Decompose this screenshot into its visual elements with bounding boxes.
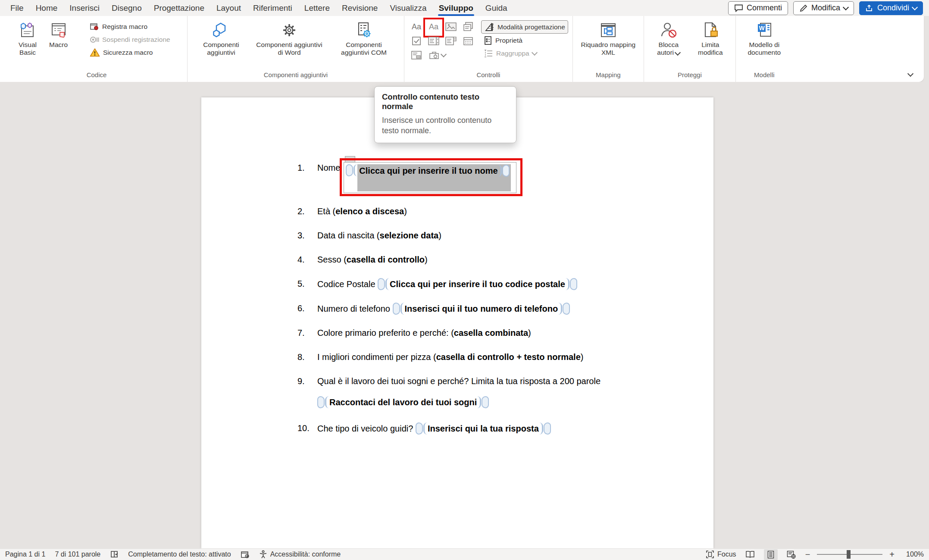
- document-page[interactable]: 1.NomeClicca qui per inserire il tuo nom…: [201, 97, 713, 548]
- menu-tab-guida[interactable]: Guida: [479, 0, 513, 16]
- group-icon: [484, 49, 493, 58]
- focus-mode-button[interactable]: Focus: [706, 550, 736, 559]
- menu-tab-sviluppo[interactable]: Sviluppo: [433, 0, 479, 16]
- content-control-end-tag-icon: [498, 165, 510, 177]
- properties-label: Proprietà: [495, 37, 522, 44]
- menu-tab-home[interactable]: Home: [30, 0, 64, 16]
- comments-button[interactable]: Commenti: [728, 1, 788, 15]
- design-mode-button[interactable]: Modalità progettazione: [481, 20, 568, 34]
- menu-tab-progettazione[interactable]: Progettazione: [148, 0, 210, 16]
- content-control-selected[interactable]: Clicca qui per inserire il tuo nome: [344, 162, 516, 193]
- macro-record-status-icon[interactable]: [241, 551, 250, 559]
- ribbon-group-proteggi: Blocca autori Limita modifica: [644, 16, 736, 82]
- macro-icon: [50, 22, 68, 39]
- dropdown-list-control-button[interactable]: [443, 34, 459, 47]
- properties-button[interactable]: Proprietà: [481, 34, 568, 47]
- menu-tab-file[interactable]: File: [4, 0, 30, 16]
- zoom-slider-thumb[interactable]: [847, 550, 851, 559]
- list-item-1: 1.NomeClicca qui per inserire il tuo nom…: [297, 162, 696, 193]
- text-completion-status[interactable]: Completamento del testo: attivato: [128, 551, 231, 558]
- list-number: 8.: [297, 351, 317, 363]
- chevron-down-icon: [675, 50, 681, 56]
- zoom-level[interactable]: 100%: [901, 551, 924, 558]
- visual-basic-button[interactable]: Visual Basic: [10, 19, 45, 58]
- list-item-text: NomeClicca qui per inserire il tuo nome: [317, 162, 696, 193]
- ribbon-sviluppo: Visual Basic Macro: [0, 16, 924, 82]
- proofing-status-icon[interactable]: [110, 550, 119, 559]
- group-label: Raggruppa: [496, 50, 529, 57]
- tooltip-title: Controllo contenuto testo normale: [382, 92, 509, 111]
- menu-tab-inserisci[interactable]: Inserisci: [63, 0, 106, 16]
- list-number: 5.: [297, 278, 317, 290]
- legacy-tools-button[interactable]: [426, 49, 448, 62]
- chevron-down-icon: [912, 4, 918, 10]
- repeating-section-control-button[interactable]: [409, 49, 424, 62]
- list-number: 4.: [297, 254, 317, 266]
- read-mode-button[interactable]: [743, 549, 757, 560]
- content-control-end-tag-icon: [477, 396, 489, 408]
- document-template-button[interactable]: W Modello di documento: [740, 19, 788, 58]
- componenti-word-button[interactable]: Componenti aggiuntivi di Word: [251, 19, 327, 58]
- menu-tab-revisione[interactable]: Revisione: [336, 0, 384, 16]
- menu-tab-lettere[interactable]: Lettere: [298, 0, 336, 16]
- componenti-com-button[interactable]: Componenti aggiuntivi COM: [328, 19, 400, 58]
- collapse-ribbon-button[interactable]: [908, 70, 913, 78]
- checkbox-control-button[interactable]: [409, 34, 424, 47]
- word-count-status[interactable]: 7 di 101 parole: [55, 551, 100, 558]
- ribbon-group-componenti: Componenti aggiuntivi Componenti aggiunt…: [188, 16, 404, 82]
- combo-box-control-button[interactable]: [426, 34, 441, 47]
- content-control[interactable]: Inserisci qui il tuo numero di telefono: [393, 304, 570, 313]
- content-control-start-tag-icon: [378, 278, 389, 290]
- chevron-down-icon: [907, 71, 913, 77]
- design-mode-icon: [484, 22, 494, 32]
- list-item-text: Numero di telefono Inserisci qui il tuo …: [317, 303, 696, 315]
- block-authors-button[interactable]: Blocca autori: [648, 19, 689, 58]
- menu-tab-layout[interactable]: Layout: [210, 0, 247, 16]
- list-item-text: Codice Postale Clicca qui per inserire i…: [317, 278, 696, 290]
- date-picker-control-button[interactable]: [460, 34, 476, 47]
- picture-icon: [445, 22, 457, 31]
- page-count-status[interactable]: Pagina 1 di 1: [5, 551, 45, 558]
- componenti-aggiuntivi-button[interactable]: Componenti aggiuntivi: [192, 19, 250, 58]
- sicurezza-macro-label: Sicurezza macro: [103, 49, 153, 56]
- com-addin-icon: [355, 22, 372, 39]
- macro-button[interactable]: Macro: [46, 19, 71, 58]
- content-control[interactable]: Inserisci qui la tua risposta: [416, 424, 551, 433]
- macro-label: Macro: [49, 41, 68, 49]
- menu-tab-visualizza[interactable]: Visualizza: [384, 0, 432, 16]
- zoom-out-button[interactable]: −: [805, 550, 810, 559]
- ribbon-group-modelli: W Modello di documento Modelli: [736, 16, 793, 82]
- content-control[interactable]: Clicca qui per inserire il tuo codice po…: [378, 279, 577, 289]
- sicurezza-macro-button[interactable]: Sicurezza macro: [87, 46, 173, 59]
- chevron-down-icon: [440, 51, 446, 57]
- list-item-5: 5.Codice Postale Clicca qui per inserire…: [297, 278, 696, 290]
- restrict-editing-button[interactable]: Limita modifica: [690, 19, 731, 58]
- xml-mapping-button[interactable]: Riquadro mapping XML: [577, 19, 639, 58]
- content-control-end-tag-icon: [566, 278, 577, 290]
- share-button[interactable]: Condividi: [859, 1, 923, 15]
- content-control[interactable]: Raccontaci del lavoro dei tuoi sogni: [317, 397, 489, 407]
- aa-plain-text-icon: Aa: [429, 22, 438, 31]
- web-layout-button[interactable]: [785, 549, 798, 560]
- checkbox-icon: [412, 36, 421, 46]
- list-number: 1.: [297, 162, 317, 193]
- list-item-text: Sesso (casella di controllo): [317, 254, 696, 266]
- picture-control-button[interactable]: [443, 20, 459, 33]
- design-mode-label: Modalità progettazione: [497, 23, 565, 31]
- registra-macro-button[interactable]: Registra macro: [87, 20, 173, 33]
- accessibility-icon: [259, 550, 267, 559]
- rich-text-control-button[interactable]: Aa: [409, 20, 424, 33]
- list-item-2: 2.Età (elenco a discesa): [297, 206, 696, 217]
- menu-tab-riferimenti[interactable]: Riferimenti: [247, 0, 298, 16]
- plain-text-control-button[interactable]: Aa: [426, 20, 441, 33]
- date-picker-icon: [463, 36, 473, 46]
- print-layout-button[interactable]: [764, 549, 778, 560]
- list-item-6: 6.Numero di telefono Inserisci qui il tu…: [297, 303, 696, 315]
- building-block-gallery-button[interactable]: [460, 20, 476, 33]
- edit-mode-button[interactable]: Modifica: [793, 1, 854, 15]
- zoom-slider[interactable]: [817, 554, 882, 555]
- list-number: 10.: [297, 422, 317, 435]
- zoom-in-button[interactable]: +: [889, 550, 895, 559]
- menu-tab-disegno[interactable]: Disegno: [106, 0, 148, 16]
- accessibility-status[interactable]: Accessibilità: conforme: [259, 550, 341, 559]
